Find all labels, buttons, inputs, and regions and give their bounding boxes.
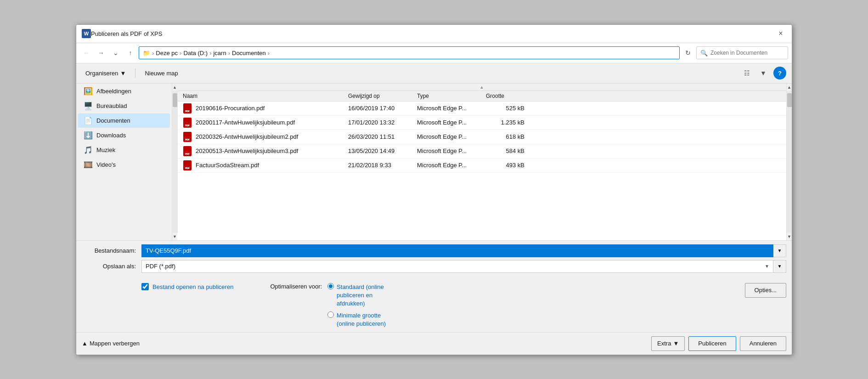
sidebar-item-bureaublad[interactable]: 🖥️ Bureaublad	[78, 99, 170, 113]
file-type: Microsoft Edge P...	[417, 133, 486, 140]
sidebar-scroll-thumb[interactable]	[173, 93, 177, 107]
col-header-type[interactable]: Type	[417, 93, 486, 99]
radio-minimum[interactable]	[327, 311, 334, 318]
breadcrumb[interactable]: 📁 › Deze pc › Data (D:) › jcarn › Docume…	[139, 46, 680, 59]
file-size: 1.235 kB	[486, 119, 532, 126]
breadcrumb-item-4[interactable]: Documenten	[232, 50, 266, 57]
hide-folders-button[interactable]: ▲ Mappen verbergen	[82, 340, 140, 347]
help-button[interactable]: ?	[773, 67, 786, 79]
content-area: 🖼️ Afbeeldingen 🖥️ Bureaublad 📄 Document…	[76, 84, 792, 240]
downloads-icon: ⬇️	[84, 131, 93, 140]
file-size: 618 kB	[486, 133, 532, 140]
view-dropdown-button[interactable]: ▼	[757, 67, 770, 79]
file-type: Microsoft Edge P...	[417, 162, 486, 169]
file-type: Microsoft Edge P...	[417, 105, 486, 112]
toolbar-separator	[135, 68, 135, 78]
table-row[interactable]: PDF20200326-AntwHuwelijksjubileum2.pdf26…	[177, 130, 786, 144]
col-header-size[interactable]: Grootte	[486, 93, 532, 99]
file-list: PDF20190616-Procuration.pdf16/06/2019 17…	[177, 102, 786, 240]
file-scroll-thumb[interactable]	[787, 93, 792, 107]
filename-row: Bestandsnaam: ▼	[82, 244, 786, 257]
radio-row-minimum: Minimale grootte(online publiceren)	[327, 311, 386, 328]
action-bar: ▲ Mappen verbergen Extra ▼ Publiceren An…	[76, 332, 792, 355]
organize-label: Organiseren	[85, 70, 118, 77]
radio-standard[interactable]	[327, 283, 334, 289]
nav-bar: ← → ⌄ ↑ 📁 › Deze pc › Data (D:) › jcarn …	[76, 43, 792, 63]
extra-dropdown-icon: ▼	[673, 340, 679, 347]
sidebar-item-muziek[interactable]: 🎵 Muziek	[78, 143, 170, 157]
open-after-publish-label[interactable]: Bestand openen na publiceren	[152, 283, 233, 291]
col-header-name[interactable]: Naam	[183, 93, 348, 99]
sidebar-scroll-up[interactable]: ▲	[172, 84, 178, 91]
videos-icon: 🎞️	[84, 160, 93, 169]
dropdown-arrow-button[interactable]: ⌄	[109, 46, 122, 59]
file-header: Naam Gewijzigd op Type Grootte	[177, 91, 786, 102]
new-folder-button[interactable]: Nieuwe map	[141, 67, 181, 79]
breadcrumb-item-1[interactable]: Deze pc	[156, 50, 178, 57]
saveas-dropdown[interactable]: PDF (*.pdf) ▼	[141, 260, 773, 273]
file-scroll-up[interactable]: ▲	[787, 84, 792, 91]
sidebar-scroll-down[interactable]: ▼	[172, 233, 178, 240]
breadcrumb-item-3[interactable]: jcarn	[213, 50, 226, 57]
file-modified: 21/02/2018 9:33	[348, 162, 417, 169]
breadcrumb-item-2[interactable]: Data (D:)	[183, 50, 208, 57]
saveas-dropdown-btn[interactable]: ▼	[773, 260, 786, 273]
sidebar-item-documenten[interactable]: 📄 Documenten	[78, 113, 170, 128]
toolbar: Organiseren ▼ Nieuwe map ☷ ▼ ?	[76, 63, 792, 84]
search-icon: 🔍	[700, 50, 708, 57]
saveas-row: Opslaan als: PDF (*.pdf) ▼ ▼	[82, 260, 786, 273]
organize-button[interactable]: Organiseren ▼	[82, 67, 130, 79]
sidebar-label-documenten: Documenten	[96, 117, 130, 124]
sidebar-item-downloads[interactable]: ⬇️ Downloads	[78, 128, 170, 142]
sidebar-item-videos[interactable]: 🎞️ Video's	[78, 158, 170, 172]
pdf-icon: PDF	[183, 161, 192, 170]
extra-button[interactable]: Extra ▼	[651, 336, 685, 351]
file-modified: 17/01/2020 13:32	[348, 119, 417, 126]
file-scroll-down[interactable]: ▼	[787, 233, 792, 240]
file-modified: 13/05/2020 14:49	[348, 147, 417, 154]
sidebar-label-downloads: Downloads	[96, 132, 126, 139]
file-name-text: FactuurSodaStream.pdf	[196, 162, 259, 169]
word-icon: W	[82, 29, 91, 38]
publish-button[interactable]: Publiceren	[688, 336, 736, 351]
refresh-button[interactable]: ↻	[682, 46, 694, 59]
open-after-publish-checkbox[interactable]	[141, 283, 149, 290]
cancel-button[interactable]: Annuleren	[740, 336, 786, 351]
checkbox-group: Bestand openen na publiceren	[141, 283, 233, 291]
back-button[interactable]: ←	[80, 46, 93, 59]
radio-minimum-label[interactable]: Minimale grootte(online publiceren)	[337, 311, 386, 328]
afbeeldingen-icon: 🖼️	[84, 87, 93, 96]
new-folder-label: Nieuwe map	[145, 70, 178, 77]
file-type: Microsoft Edge P...	[417, 147, 486, 154]
file-size: 525 kB	[486, 105, 532, 112]
file-modified: 26/03/2020 11:51	[348, 133, 417, 140]
sidebar-wrapper: 🖼️ Afbeeldingen 🖥️ Bureaublad 📄 Document…	[76, 84, 177, 240]
sidebar-item-afbeeldingen[interactable]: 🖼️ Afbeeldingen	[78, 84, 170, 98]
filename-dropdown-btn[interactable]: ▼	[773, 244, 786, 257]
table-row[interactable]: PDF20200513-AntwHuwelijksjubileum3.pdf13…	[177, 144, 786, 158]
sidebar-label-bureaublad: Bureaublad	[96, 102, 127, 109]
forward-button[interactable]: →	[95, 46, 107, 59]
saveas-dropdown-icon: ▼	[765, 264, 769, 269]
filename-input[interactable]	[141, 244, 773, 257]
optimize-label: Optimaliseren voor:	[270, 283, 322, 290]
table-row[interactable]: PDFFactuurSodaStream.pdf21/02/2018 9:33M…	[177, 158, 786, 173]
file-name-cell: PDFFactuurSodaStream.pdf	[183, 161, 348, 170]
table-row[interactable]: PDF20200117-AntwHuwelijksjubileum.pdf17/…	[177, 116, 786, 130]
options-area: Bestand openen na publiceren Optimaliser…	[76, 279, 792, 332]
search-input[interactable]	[710, 50, 784, 56]
up-button[interactable]: ↑	[124, 46, 137, 59]
action-buttons: Extra ▼ Publiceren Annuleren	[651, 336, 786, 351]
pdf-icon: PDF	[183, 147, 192, 156]
close-button[interactable]: ×	[775, 28, 786, 39]
radio-standard-label[interactable]: Standaard (onlinepubliceren enafdrukken)	[337, 283, 384, 308]
pdf-icon: PDF	[183, 132, 192, 141]
saveas-value: PDF (*.pdf)	[146, 263, 175, 270]
sidebar: 🖼️ Afbeeldingen 🖥️ Bureaublad 📄 Document…	[76, 84, 172, 240]
col-header-modified[interactable]: Gewijzigd op	[348, 93, 417, 99]
options-button[interactable]: Opties...	[745, 283, 786, 298]
filename-label: Bestandsnaam:	[82, 247, 141, 254]
view-button[interactable]: ☷	[740, 67, 753, 79]
table-row[interactable]: PDF20190616-Procuration.pdf16/06/2019 17…	[177, 102, 786, 116]
pdf-file-icon: PDF	[183, 160, 192, 170]
